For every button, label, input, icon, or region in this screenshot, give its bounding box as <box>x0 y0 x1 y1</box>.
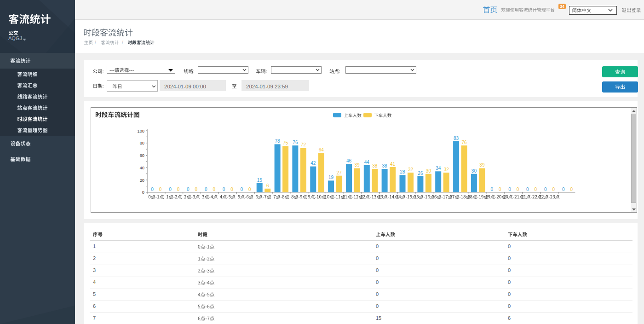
svg-text:0: 0 <box>213 187 215 192</box>
svg-text:46: 46 <box>346 158 352 163</box>
svg-text:38: 38 <box>372 163 378 168</box>
svg-text:0: 0 <box>570 187 573 192</box>
svg-text:19: 19 <box>328 175 334 180</box>
svg-text:0: 0 <box>205 187 207 192</box>
svg-text:30: 30 <box>426 168 431 174</box>
svg-text:0: 0 <box>223 187 225 192</box>
svg-text:32: 32 <box>408 167 414 172</box>
svg-text:32: 32 <box>444 167 449 172</box>
svg-text:0: 0 <box>151 187 154 192</box>
svg-text:20: 20 <box>140 178 144 183</box>
svg-text:83: 83 <box>454 136 459 141</box>
svg-text:0: 0 <box>562 187 565 192</box>
svg-text:41: 41 <box>390 162 396 167</box>
svg-text:75: 75 <box>283 140 288 145</box>
svg-text:6: 6 <box>266 183 269 188</box>
svg-text:0: 0 <box>142 190 144 195</box>
svg-text:0: 0 <box>187 187 190 192</box>
svg-text:15: 15 <box>257 178 263 183</box>
svg-text:34: 34 <box>436 166 441 171</box>
svg-text:0: 0 <box>195 187 198 192</box>
svg-text:64: 64 <box>319 147 324 152</box>
svg-text:76: 76 <box>462 140 467 145</box>
svg-text:27: 27 <box>337 170 342 175</box>
svg-text:26: 26 <box>418 171 423 176</box>
svg-text:0: 0 <box>552 187 555 192</box>
svg-text:0: 0 <box>544 187 547 192</box>
svg-text:72: 72 <box>301 142 306 147</box>
svg-text:0: 0 <box>499 187 501 192</box>
svg-text:100: 100 <box>137 129 144 133</box>
svg-text:0: 0 <box>490 187 493 192</box>
svg-text:0: 0 <box>248 187 251 192</box>
svg-text:0: 0 <box>517 187 519 192</box>
svg-text:42: 42 <box>310 161 316 166</box>
svg-text:0: 0 <box>177 187 180 192</box>
svg-text:30: 30 <box>472 168 477 174</box>
svg-text:38: 38 <box>382 163 388 168</box>
svg-text:0: 0 <box>169 187 172 192</box>
svg-text:0: 0 <box>159 187 162 192</box>
svg-text:0: 0 <box>241 187 243 192</box>
svg-text:39: 39 <box>354 162 360 168</box>
svg-text:78: 78 <box>275 139 281 144</box>
svg-text:0: 0 <box>230 187 233 192</box>
svg-text:28: 28 <box>400 169 405 174</box>
svg-text:0: 0 <box>508 187 511 192</box>
svg-text:0: 0 <box>535 187 537 192</box>
svg-text:80: 80 <box>140 141 144 145</box>
svg-text:60: 60 <box>140 153 144 158</box>
svg-text:0: 0 <box>526 187 529 192</box>
svg-text:44: 44 <box>364 160 370 165</box>
svg-text:40: 40 <box>140 166 144 170</box>
svg-text:76: 76 <box>293 140 298 145</box>
svg-text:39: 39 <box>479 162 485 168</box>
